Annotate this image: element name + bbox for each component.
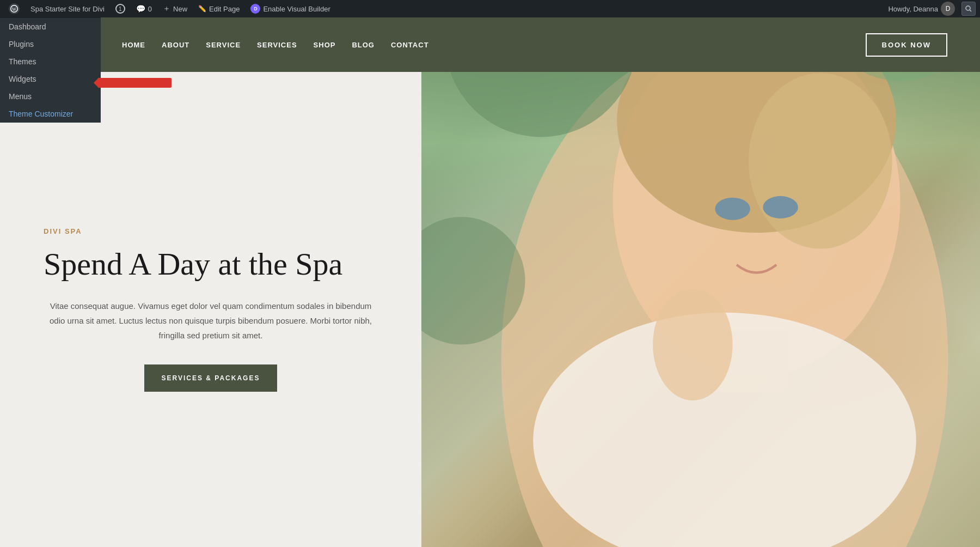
wp-logo-icon: W [9,3,20,14]
hero-subtitle: DIVI SPA [44,227,378,235]
svg-point-8 [749,73,892,248]
comments-button[interactable]: 💬 0 [132,0,156,17]
comment-icon: 💬 [136,4,145,13]
new-content-button[interactable]: ＋ New [158,0,192,17]
nav-shop[interactable]: SHOP [314,41,336,49]
red-arrow-icon [98,78,171,88]
updates-button[interactable]: 1 [111,0,130,17]
admin-bar-right: Howdy, Deanna D [884,0,976,17]
site-title-text: Spa Starter Site for Divi [30,5,105,13]
update-count-icon: 1 [115,4,125,14]
howdy-button[interactable]: Howdy, Deanna D [884,0,959,17]
arrow-annotation [98,78,171,88]
nav-contact[interactable]: CONTACT [391,41,429,49]
dropdown-themes[interactable]: Themes [0,53,101,70]
svg-point-11 [715,198,750,220]
svg-point-2 [966,6,970,10]
new-icon: ＋ [163,4,170,14]
edit-page-button[interactable]: ✏️ Edit Page [194,0,244,17]
dropdown-plugins[interactable]: Plugins [0,35,101,53]
hero-left-panel: DIVI SPA Spend A Day at the Spa Vitae co… [0,72,421,547]
site-content: D divi HOME ABOUT SERVICE SERVICES SHOP … [0,17,980,547]
search-icon [965,5,972,12]
new-label: New [173,5,187,13]
greeting-text: Howdy, Deanna [888,5,938,13]
hero-person-svg [421,72,980,547]
svg-line-3 [970,10,971,11]
avatar: D [941,2,955,16]
site-nav: HOME ABOUT SERVICE SERVICES SHOP BLOG CO… [122,41,429,49]
wp-logo-button[interactable]: W [4,0,24,17]
site-title-button[interactable]: Spa Starter Site for Divi [26,0,109,17]
nav-blog[interactable]: BLOG [352,41,375,49]
comment-count: 0 [148,5,152,13]
hero-body-text: Vitae consequat augue. Vivamus eget dolo… [44,299,378,343]
dropdown-dashboard[interactable]: Dashboard [0,18,101,35]
dropdown-widgets[interactable]: Widgets [0,70,101,88]
hero-cta-button[interactable]: SERVICES & PACKAGES [144,364,278,392]
search-button[interactable] [961,2,976,16]
dropdown-theme-customizer[interactable]: Theme Customizer [0,105,101,123]
edit-page-label: Edit Page [209,5,240,13]
enable-visual-builder-label: Enable Visual Builder [263,5,330,13]
nav-about[interactable]: ABOUT [162,41,189,49]
hero-image [421,72,980,547]
nav-home[interactable]: HOME [122,41,145,49]
nav-services[interactable]: SERVICES [257,41,297,49]
admin-bar: W Spa Starter Site for Divi 1 💬 0 ＋ New … [0,0,980,17]
update-count: 1 [119,6,122,12]
nav-service[interactable]: SERVICE [206,41,241,49]
hero-image-panel [421,72,980,547]
hero-title: Spend A Day at the Spa [44,246,378,283]
svg-point-12 [763,196,798,218]
svg-point-13 [653,289,733,400]
book-now-button[interactable]: BOOK NOW [866,33,947,57]
themes-dropdown-menu: Dashboard Plugins Themes Widgets Menus T… [0,17,101,123]
svg-text:W: W [12,7,16,12]
dropdown-menus[interactable]: Menus [0,88,101,105]
edit-icon: ✏️ [198,5,206,13]
hero-section: DIVI SPA Spend A Day at the Spa Vitae co… [0,72,980,547]
site-header: D divi HOME ABOUT SERVICE SERVICES SHOP … [0,17,980,72]
divi-logo-icon: D [250,4,260,14]
divi-button[interactable]: D Enable Visual Builder [246,0,334,17]
